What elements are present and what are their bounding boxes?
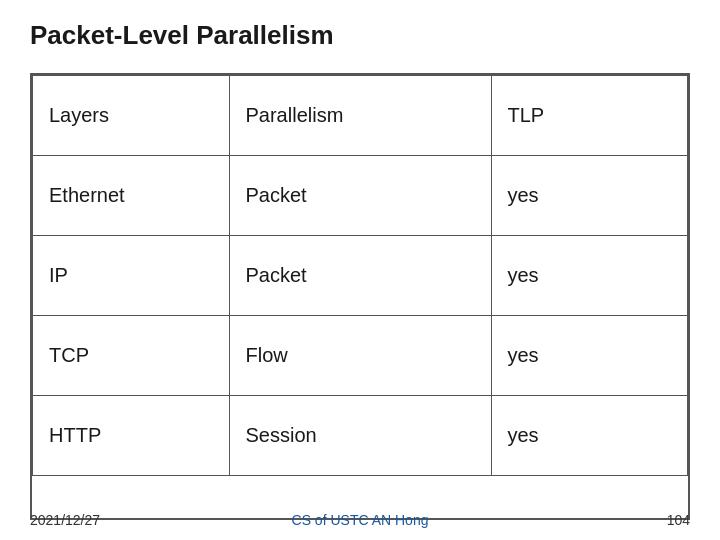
cell-layer-1: IP <box>33 236 230 316</box>
table-row: EthernetPacketyes <box>33 156 688 236</box>
cell-tlp-0: yes <box>491 156 688 236</box>
table-wrapper: Layers Parallelism TLP EthernetPacketyes… <box>30 73 690 520</box>
cell-tlp-3: yes <box>491 396 688 476</box>
table-row: TCPFlowyes <box>33 316 688 396</box>
cell-layer-3: HTTP <box>33 396 230 476</box>
cell-tlp-2: yes <box>491 316 688 396</box>
cell-parallelism-1: Packet <box>229 236 491 316</box>
footer-page: 104 <box>667 512 690 528</box>
slide-container: Packet-Level Parallelism Layers Parallel… <box>0 0 720 540</box>
cell-layer-0: Ethernet <box>33 156 230 236</box>
cell-layer-2: TCP <box>33 316 230 396</box>
table-header-row: Layers Parallelism TLP <box>33 76 688 156</box>
main-table: Layers Parallelism TLP EthernetPacketyes… <box>32 75 688 476</box>
table-row: HTTPSessionyes <box>33 396 688 476</box>
header-parallelism: Parallelism <box>229 76 491 156</box>
cell-tlp-1: yes <box>491 236 688 316</box>
cell-parallelism-2: Flow <box>229 316 491 396</box>
header-layers: Layers <box>33 76 230 156</box>
table-row: IPPacketyes <box>33 236 688 316</box>
slide-title: Packet-Level Parallelism <box>30 20 690 55</box>
footer-date: 2021/12/27 <box>30 512 100 528</box>
header-tlp: TLP <box>491 76 688 156</box>
footer-center: CS of USTC AN Hong <box>292 512 429 528</box>
cell-parallelism-3: Session <box>229 396 491 476</box>
cell-parallelism-0: Packet <box>229 156 491 236</box>
